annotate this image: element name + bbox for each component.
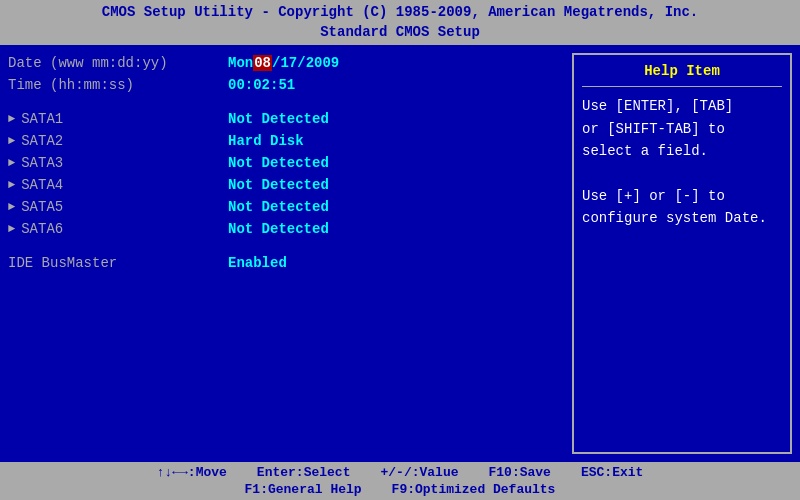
title-line2: Standard CMOS Setup: [0, 23, 800, 43]
help-line3: select a field.: [582, 140, 782, 162]
help-panel: Help Item Use [ENTER], [TAB] or [SHIFT-T…: [572, 53, 792, 454]
date-value: Mon 08 /17/2009: [228, 55, 339, 71]
sata6-label: ► SATA6: [8, 221, 228, 237]
footer-row2: F1:General Help F9:Optimized Defaults: [245, 482, 556, 497]
main-content: Date (www mm:dd:yy) Mon 08 /17/2009 Time…: [0, 45, 800, 462]
sata4-value: Not Detected: [228, 177, 329, 193]
footer-f10: F10:Save: [489, 465, 551, 480]
help-text: Use [ENTER], [TAB] or [SHIFT-TAB] to sel…: [582, 95, 782, 229]
settings-table: Date (www mm:dd:yy) Mon 08 /17/2009 Time…: [8, 53, 572, 454]
sata2-label-text: SATA2: [21, 133, 63, 149]
footer: ↑↓←→:Move Enter:Select +/-/:Value F10:Sa…: [0, 462, 800, 500]
footer-esc: ESC:Exit: [581, 465, 643, 480]
sata1-arrow: ►: [8, 112, 15, 126]
footer-f9: F9:Optimized Defaults: [392, 482, 556, 497]
date-prefix: Mon: [228, 55, 253, 71]
sata3-label-text: SATA3: [21, 155, 63, 171]
sata1-label: ► SATA1: [8, 111, 228, 127]
sata6-value: Not Detected: [228, 221, 329, 237]
sata5-value: Not Detected: [228, 199, 329, 215]
sata5-label-text: SATA5: [21, 199, 63, 215]
time-value: 00:02:51: [228, 77, 295, 93]
spacer1: [8, 97, 572, 107]
footer-row1: ↑↓←→:Move Enter:Select +/-/:Value F10:Sa…: [157, 465, 644, 480]
sata2-label: ► SATA2: [8, 133, 228, 149]
footer-value: +/-/:Value: [380, 465, 458, 480]
footer-enter: Enter:Select: [257, 465, 351, 480]
sata4-label-text: SATA4: [21, 177, 63, 193]
sata3-arrow: ►: [8, 156, 15, 170]
title-bar: CMOS Setup Utility - Copyright (C) 1985-…: [0, 0, 800, 45]
title-line1: CMOS Setup Utility - Copyright (C) 1985-…: [0, 3, 800, 23]
date-suffix: /17/2009: [272, 55, 339, 71]
ide-label: IDE BusMaster: [8, 255, 228, 271]
sata4-row: ► SATA4 Not Detected: [8, 175, 572, 195]
date-label: Date (www mm:dd:yy): [8, 55, 228, 71]
sata5-row: ► SATA5 Not Detected: [8, 197, 572, 217]
left-panel: Date (www mm:dd:yy) Mon 08 /17/2009 Time…: [8, 53, 572, 454]
sata2-row: ► SATA2 Hard Disk: [8, 131, 572, 151]
sata1-value: Not Detected: [228, 111, 329, 127]
sata5-label: ► SATA5: [8, 199, 228, 215]
sata4-arrow: ►: [8, 178, 15, 192]
sata6-arrow: ►: [8, 222, 15, 236]
date-row: Date (www mm:dd:yy) Mon 08 /17/2009: [8, 53, 572, 73]
help-line1: Use [ENTER], [TAB]: [582, 95, 782, 117]
bios-screen: CMOS Setup Utility - Copyright (C) 1985-…: [0, 0, 800, 500]
date-month: 08: [253, 55, 272, 71]
spacer2: [8, 241, 572, 251]
sata1-row: ► SATA1 Not Detected: [8, 109, 572, 129]
help-line2: or [SHIFT-TAB] to: [582, 118, 782, 140]
footer-f1: F1:General Help: [245, 482, 362, 497]
footer-move: ↑↓←→:Move: [157, 465, 227, 480]
help-title: Help Item: [582, 61, 782, 87]
sata3-row: ► SATA3 Not Detected: [8, 153, 572, 173]
help-line5: Use [+] or [-] to: [582, 185, 782, 207]
ide-value: Enabled: [228, 255, 287, 271]
sata1-label-text: SATA1: [21, 111, 63, 127]
help-line6: configure system Date.: [582, 207, 782, 229]
sata6-row: ► SATA6 Not Detected: [8, 219, 572, 239]
sata3-label: ► SATA3: [8, 155, 228, 171]
sata5-arrow: ►: [8, 200, 15, 214]
sata4-label: ► SATA4: [8, 177, 228, 193]
time-label: Time (hh:mm:ss): [8, 77, 228, 93]
ide-row: IDE BusMaster Enabled: [8, 253, 572, 273]
sata6-label-text: SATA6: [21, 221, 63, 237]
sata3-value: Not Detected: [228, 155, 329, 171]
sata2-value: Hard Disk: [228, 133, 304, 149]
time-row: Time (hh:mm:ss) 00:02:51: [8, 75, 572, 95]
sata2-arrow: ►: [8, 134, 15, 148]
